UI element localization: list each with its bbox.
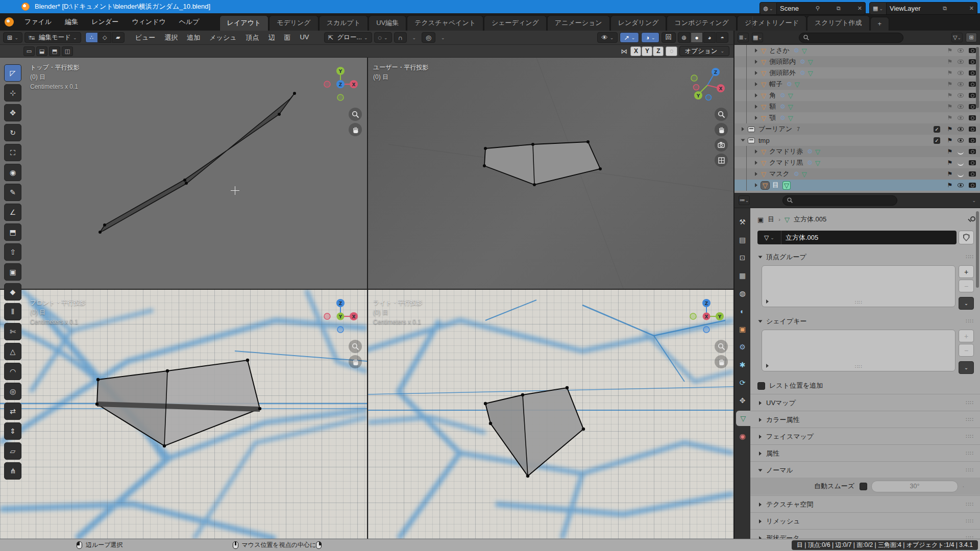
section-vertex-groups[interactable]: 頂点グループ ∷∷: [757, 249, 974, 264]
proportional-options-button[interactable]: ⌄: [437, 32, 449, 43]
drag-dots-icon[interactable]: ∷∷: [966, 416, 974, 423]
selectability-flag-icon[interactable]: ⚑: [945, 114, 954, 121]
selectability-flag-icon[interactable]: ⚑: [945, 137, 954, 144]
expand-arrow-icon[interactable]: [755, 172, 757, 176]
visibility-eye-icon[interactable]: [958, 70, 964, 76]
viewport-menu-item[interactable]: メッシュ: [205, 31, 241, 44]
expand-arrow-icon[interactable]: [755, 183, 757, 187]
workspace-tab[interactable]: コンポジティング: [667, 15, 736, 31]
expand-arrow-icon[interactable]: [755, 149, 757, 154]
visibility-eye-icon[interactable]: [958, 126, 964, 132]
zoom-icon[interactable]: [349, 340, 362, 353]
selectability-flag-icon[interactable]: ⚑: [945, 159, 954, 166]
selectability-flag-icon[interactable]: ⚑: [945, 103, 954, 110]
unlink-icon[interactable]: ✕: [969, 5, 974, 12]
tool-loop-cut[interactable]: ⫴: [4, 303, 21, 320]
zoom-icon[interactable]: [349, 108, 362, 121]
section-shape-keys[interactable]: シェイプキー ∷∷: [757, 314, 974, 329]
drag-dots-icon[interactable]: ∷∷: [966, 518, 974, 524]
viewport-menu-item[interactable]: 追加: [182, 31, 205, 44]
visibility-eye-icon[interactable]: [958, 59, 964, 65]
tab-scene[interactable]: ◍: [734, 286, 750, 301]
tool-add-cube[interactable]: ⬒: [4, 223, 21, 241]
axis-gizmo[interactable]: Y X Z: [321, 65, 360, 104]
collection-checkbox[interactable]: ✓: [934, 137, 940, 144]
mirror-y-button[interactable]: Y: [642, 46, 652, 56]
viewport-menu-item[interactable]: 辺: [263, 31, 279, 44]
zoom-icon[interactable]: [715, 340, 728, 353]
mode-selector[interactable]: ⭾ 編集モード⌄: [24, 32, 81, 43]
visibility-button[interactable]: 👁⌄: [597, 32, 618, 43]
tool-poly-build[interactable]: △: [4, 343, 21, 360]
expand-arrow-icon[interactable]: [755, 105, 757, 109]
mesh-datablock-icon[interactable]: ▽⌄: [757, 231, 781, 244]
menu-item[interactable]: ヘルプ: [173, 15, 206, 29]
rendered-shading-button[interactable]: ◓: [716, 32, 728, 43]
workspace-tab[interactable]: テクスチャペイント: [407, 15, 483, 31]
select-mode-extend-icon[interactable]: ⬓: [36, 46, 47, 56]
viewport-menu-item[interactable]: 頂点: [241, 31, 263, 44]
viewport-menu-item[interactable]: 選択: [160, 31, 182, 44]
selectability-flag-icon[interactable]: ⚑: [945, 92, 954, 99]
tool-scale[interactable]: ⛶: [4, 144, 21, 161]
properties-search-input[interactable]: [782, 195, 897, 206]
drag-dots-icon[interactable]: ∷∷: [966, 318, 974, 324]
tab-output[interactable]: ⊡: [734, 250, 750, 265]
pan-hand-icon[interactable]: [349, 123, 362, 136]
outliner-row[interactable]: ▽ 目 ⚙ ▽ ⚑: [734, 180, 980, 191]
expand-arrow-icon[interactable]: [755, 82, 757, 86]
outliner-row[interactable]: ▽ マスク ⚙ ▽ ⚑: [734, 168, 980, 180]
auto-smooth-checkbox[interactable]: [860, 483, 867, 490]
selectability-flag-icon[interactable]: ⚑: [945, 58, 954, 65]
section-remesh[interactable]: リメッシュ∷∷: [757, 514, 974, 529]
expand-arrow-icon[interactable]: [755, 116, 757, 120]
animate-property-dot[interactable]: ·: [962, 482, 965, 490]
tab-physics[interactable]: ⟳: [734, 375, 750, 390]
visibility-eye-icon[interactable]: [958, 137, 964, 143]
pin-icon[interactable]: ⚲: [816, 5, 820, 12]
grid-toggle-icon[interactable]: [715, 154, 728, 167]
display-mode-icon[interactable]: ▦⌄: [752, 33, 763, 42]
rest-position-checkbox[interactable]: [757, 382, 765, 390]
visibility-eye-icon[interactable]: [958, 92, 964, 98]
axis-gizmo[interactable]: Z X Y: [321, 297, 360, 336]
copy-icon[interactable]: ⧉: [837, 5, 841, 12]
visibility-eye-icon[interactable]: [958, 182, 964, 188]
render-visibility-camera-icon[interactable]: [969, 149, 976, 154]
snap-magnet-button[interactable]: ∩: [394, 32, 407, 43]
viewport-menu-item[interactable]: UV: [295, 31, 313, 44]
wireframe-shading-button[interactable]: ⊕: [678, 32, 690, 43]
outliner-row[interactable]: ▽ 側頭部内 ⚙ ▽ ⚑: [734, 56, 980, 67]
properties-scrollbar[interactable]: [976, 211, 979, 288]
expand-arrow-icon[interactable]: [755, 71, 757, 75]
render-visibility-camera-icon[interactable]: [969, 138, 976, 143]
breadcrumb-object[interactable]: 目: [768, 215, 774, 224]
viewlayer-name[interactable]: ViewLayer: [890, 5, 920, 12]
collection-checkbox[interactable]: ✓: [934, 126, 940, 133]
vertex-groups-list[interactable]: ∷∷: [762, 265, 955, 307]
fake-user-shield-button[interactable]: [959, 231, 974, 244]
tab-material[interactable]: ◉: [734, 429, 750, 444]
solid-shading-button[interactable]: ●: [691, 32, 703, 43]
viewlayer-icon[interactable]: ▦⌄: [869, 2, 887, 15]
tool-edge-slide[interactable]: ⇄: [4, 403, 21, 420]
expand-arrow-icon[interactable]: [755, 60, 757, 64]
remove-shape-key-button[interactable]: −: [959, 344, 974, 357]
workspace-tab[interactable]: モデリング: [269, 15, 318, 31]
section-normals[interactable]: ノーマル∷∷: [757, 463, 974, 478]
outliner-row[interactable]: ▽ とさか ⚙ ▽ ⚑: [734, 45, 980, 56]
filter-icon[interactable]: ▽⌄: [951, 33, 963, 42]
pan-hand-icon[interactable]: [715, 355, 728, 368]
tool-cursor[interactable]: ⊹: [4, 84, 21, 102]
list-expand-icon[interactable]: [766, 299, 769, 304]
pan-hand-icon[interactable]: [715, 123, 728, 136]
tool-move[interactable]: ✥: [4, 104, 21, 121]
render-visibility-camera-icon[interactable]: [969, 115, 976, 120]
face-select-button[interactable]: ▰: [112, 32, 125, 43]
expand-arrow-icon[interactable]: [741, 139, 745, 142]
section-face-maps[interactable]: フェイスマップ∷∷: [757, 429, 974, 444]
workspace-tab[interactable]: +: [870, 17, 890, 31]
shape-keys-list[interactable]: ∷∷: [762, 330, 955, 371]
visibility-eye-icon[interactable]: [958, 104, 964, 110]
outliner-row[interactable]: ▽ 額 ⚙ ▽ ⚑: [734, 101, 980, 112]
